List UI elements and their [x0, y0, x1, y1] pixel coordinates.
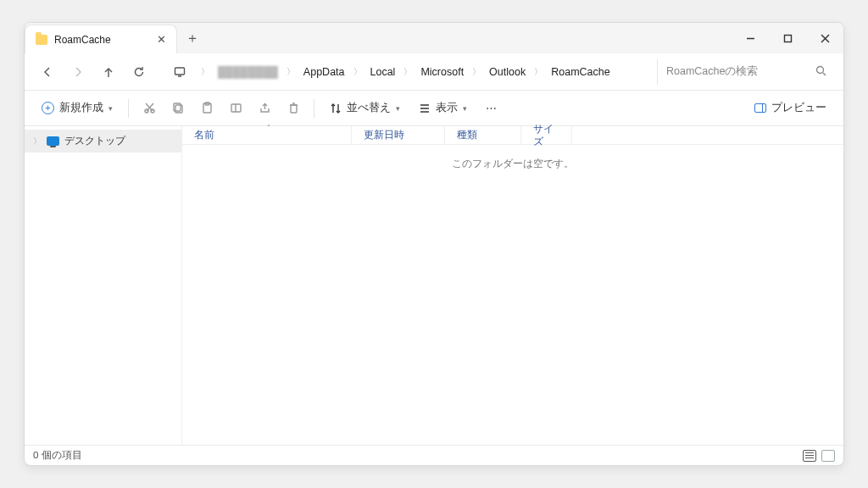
- breadcrumb-user[interactable]: ████████: [213, 63, 283, 81]
- chevron-right-icon: 〉: [287, 66, 295, 78]
- paste-button[interactable]: [193, 97, 220, 119]
- search-placeholder: RoamCacheの検索: [666, 64, 758, 79]
- chevron-down-icon: ▾: [396, 104, 400, 113]
- close-tab-icon[interactable]: ✕: [157, 33, 166, 46]
- column-headers: ˄ 名前 更新日時 種類 サイズ: [182, 126, 843, 145]
- view-mode-buttons: [803, 450, 835, 462]
- window-controls: [732, 23, 843, 53]
- sidebar-item-desktop[interactable]: 〉 デスクトップ: [25, 130, 181, 152]
- monitor-icon: [47, 136, 59, 146]
- sort-label: 並べ替え: [347, 101, 391, 115]
- cut-button[interactable]: [136, 97, 163, 119]
- sidebar: 〉 デスクトップ: [25, 126, 182, 445]
- search-input[interactable]: RoamCacheの検索: [657, 59, 835, 85]
- sort-button[interactable]: 並べ替え ▾: [321, 96, 409, 120]
- column-date[interactable]: 更新日時: [352, 126, 445, 144]
- pc-icon[interactable]: [165, 58, 194, 86]
- search-icon: [815, 65, 826, 79]
- refresh-button[interactable]: [125, 58, 153, 86]
- up-button[interactable]: [94, 58, 123, 86]
- copy-button[interactable]: [164, 97, 192, 119]
- title-bar: RoamCache ✕ ＋: [25, 23, 843, 53]
- svg-point-7: [817, 66, 824, 73]
- breadcrumb-roamcache[interactable]: RoamCache: [546, 63, 615, 81]
- thumbnails-view-button[interactable]: [821, 450, 835, 462]
- preview-label: プレビュー: [771, 101, 826, 115]
- preview-icon: [754, 103, 766, 113]
- svg-line-8: [823, 73, 826, 75]
- breadcrumb-microsoft[interactable]: Microsoft: [415, 63, 469, 81]
- svg-rect-20: [291, 105, 297, 113]
- plus-circle-icon: +: [42, 102, 54, 114]
- rename-button[interactable]: [222, 97, 249, 119]
- breadcrumb[interactable]: 〉 ████████ 〉 AppData 〉 Local 〉 Microsoft…: [196, 63, 655, 81]
- tab-roamcache[interactable]: RoamCache ✕: [25, 25, 177, 53]
- svg-rect-5: [175, 68, 185, 75]
- new-label: 新規作成: [59, 101, 103, 115]
- delete-button[interactable]: [280, 97, 307, 119]
- forward-button[interactable]: [64, 58, 92, 86]
- separator: [128, 99, 129, 118]
- back-button[interactable]: [33, 58, 62, 86]
- breadcrumb-appdata[interactable]: AppData: [298, 63, 350, 81]
- chevron-right-icon: 〉: [403, 66, 412, 78]
- more-button[interactable]: ⋯: [477, 97, 504, 119]
- breadcrumb-outlook[interactable]: Outlook: [484, 63, 531, 81]
- close-window-button[interactable]: [806, 23, 843, 53]
- empty-folder-message: このフォルダーは空です。: [182, 145, 843, 445]
- view-button[interactable]: 表示 ▾: [410, 96, 476, 120]
- details-view-button[interactable]: [803, 450, 816, 462]
- body: 〉 デスクトップ ˄ 名前 更新日時 種類 サイズ このフォルダーは空です。: [25, 126, 843, 445]
- chevron-right-icon[interactable]: 〉: [33, 136, 42, 147]
- status-bar: 0 個の項目: [25, 445, 843, 465]
- svg-rect-1: [784, 35, 791, 42]
- item-count: 0 個の項目: [33, 449, 82, 462]
- sidebar-item-label: デスクトップ: [64, 134, 125, 148]
- new-button[interactable]: + 新規作成 ▾: [33, 96, 121, 120]
- view-icon: [419, 103, 431, 114]
- share-button[interactable]: [251, 97, 278, 119]
- toolbar: + 新規作成 ▾ 並べ替え ▾ 表示 ▾ ⋯ プレビュー: [25, 91, 843, 126]
- view-label: 表示: [436, 101, 458, 115]
- minimize-button[interactable]: [732, 23, 769, 53]
- preview-button[interactable]: プレビュー: [746, 96, 835, 120]
- content-pane: ˄ 名前 更新日時 種類 サイズ このフォルダーは空です。: [182, 126, 843, 445]
- column-type[interactable]: 種類: [445, 126, 521, 144]
- maximize-button[interactable]: [769, 23, 806, 53]
- sort-icon: [330, 103, 342, 114]
- sort-indicator-icon: ˄: [267, 124, 270, 131]
- separator: [314, 99, 314, 118]
- chevron-right-icon: 〉: [201, 66, 209, 78]
- folder-icon: [36, 35, 47, 45]
- new-tab-button[interactable]: ＋: [177, 23, 208, 53]
- chevron-right-icon: 〉: [472, 66, 481, 78]
- chevron-down-icon: ▾: [463, 104, 467, 113]
- address-bar: 〉 ████████ 〉 AppData 〉 Local 〉 Microsoft…: [25, 53, 843, 91]
- tab-title: RoamCache: [54, 34, 111, 46]
- chevron-right-icon: 〉: [353, 66, 362, 78]
- explorer-window: RoamCache ✕ ＋ 〉 ████████ 〉 AppData 〉 Loc…: [24, 22, 844, 466]
- chevron-right-icon: 〉: [534, 66, 542, 78]
- column-size[interactable]: サイズ: [521, 126, 572, 144]
- chevron-down-icon: ▾: [108, 104, 113, 113]
- breadcrumb-local[interactable]: Local: [365, 63, 401, 81]
